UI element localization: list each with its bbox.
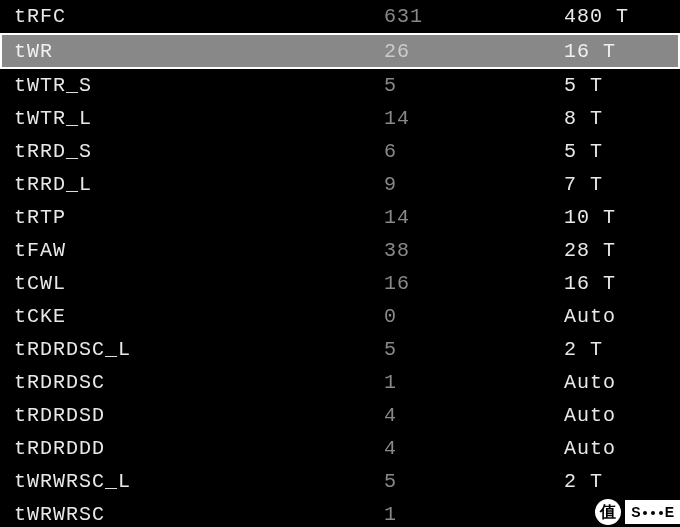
timing-row[interactable]: tWRWRSC_L52 T [0,465,680,498]
timing-name: tRRD_S [14,140,384,163]
timing-current-value: 16 [384,272,564,295]
timing-current-value: 4 [384,404,564,427]
timing-name: tRTP [14,206,384,229]
timing-current-value: 26 [384,40,564,63]
timing-target-value[interactable]: 2 T [564,470,666,493]
timing-current-value: 0 [384,305,564,328]
timing-current-value: 5 [384,470,564,493]
timing-name: tRFC [14,5,384,28]
timing-current-value: 14 [384,107,564,130]
timing-name: tRRD_L [14,173,384,196]
timing-row[interactable]: tRDRDSC1Auto [0,366,680,399]
timing-target-value[interactable]: Auto [564,404,666,427]
watermark-badge: 值 [595,499,621,525]
timing-current-value: 5 [384,74,564,97]
timing-target-value[interactable]: Auto [564,437,666,460]
timing-target-value[interactable]: 5 T [564,140,666,163]
timing-row[interactable]: tRRD_S65 T [0,135,680,168]
timing-name: tRDRDSD [14,404,384,427]
timing-target-value[interactable]: 16 T [564,272,666,295]
timing-row[interactable]: tWTR_S55 T [0,69,680,102]
timing-name: tRDRDSC [14,371,384,394]
timing-row[interactable]: tRDRDSD4Auto [0,399,680,432]
timing-name: tFAW [14,239,384,262]
timing-row[interactable]: tRFC631480 T [0,0,680,33]
timing-target-value[interactable]: Auto [564,371,666,394]
memory-timing-table: tRFC631480 TtWR2616 TtWTR_S55 TtWTR_L148… [0,0,680,527]
timing-current-value: 631 [384,5,564,28]
timing-name: tRDRDSC_L [14,338,384,361]
timing-row[interactable]: tRDRDSC_L52 T [0,333,680,366]
timing-current-value: 9 [384,173,564,196]
timing-target-value[interactable]: 5 T [564,74,666,97]
watermark-text: SE [625,500,680,524]
timing-name: tWRWRSC_L [14,470,384,493]
timing-target-value[interactable]: 480 T [564,5,666,28]
timing-row[interactable]: tCKE0Auto [0,300,680,333]
timing-name: tCWL [14,272,384,295]
timing-row[interactable]: tRTP1410 T [0,201,680,234]
timing-row[interactable]: tRDRDDD4Auto [0,432,680,465]
timing-target-value[interactable]: 10 T [564,206,666,229]
watermark-text-left: S [631,504,640,520]
timing-target-value[interactable]: Auto [564,305,666,328]
timing-target-value[interactable]: 8 T [564,107,666,130]
timing-name: tWRWRSC [14,503,384,526]
timing-target-value[interactable]: 16 T [564,40,666,63]
timing-current-value: 1 [384,503,564,526]
timing-row[interactable]: tWTR_L148 T [0,102,680,135]
timing-name: tWR [14,40,384,63]
timing-name: tWTR_S [14,74,384,97]
timing-target-value[interactable]: 2 T [564,338,666,361]
watermark-text-right: E [665,504,674,520]
timing-target-value[interactable]: 7 T [564,173,666,196]
timing-row[interactable]: tWRWRSC1 [0,498,680,527]
timing-current-value: 4 [384,437,564,460]
timing-target-value[interactable]: 28 T [564,239,666,262]
timing-current-value: 38 [384,239,564,262]
timing-row[interactable]: tWR2616 T [0,33,680,69]
watermark: 值 SE [595,499,680,525]
timing-name: tCKE [14,305,384,328]
timing-row[interactable]: tRRD_L97 T [0,168,680,201]
timing-current-value: 6 [384,140,564,163]
timing-row[interactable]: tFAW3828 T [0,234,680,267]
timing-current-value: 5 [384,338,564,361]
timing-current-value: 14 [384,206,564,229]
timing-row[interactable]: tCWL1616 T [0,267,680,300]
timing-name: tWTR_L [14,107,384,130]
timing-current-value: 1 [384,371,564,394]
timing-name: tRDRDDD [14,437,384,460]
